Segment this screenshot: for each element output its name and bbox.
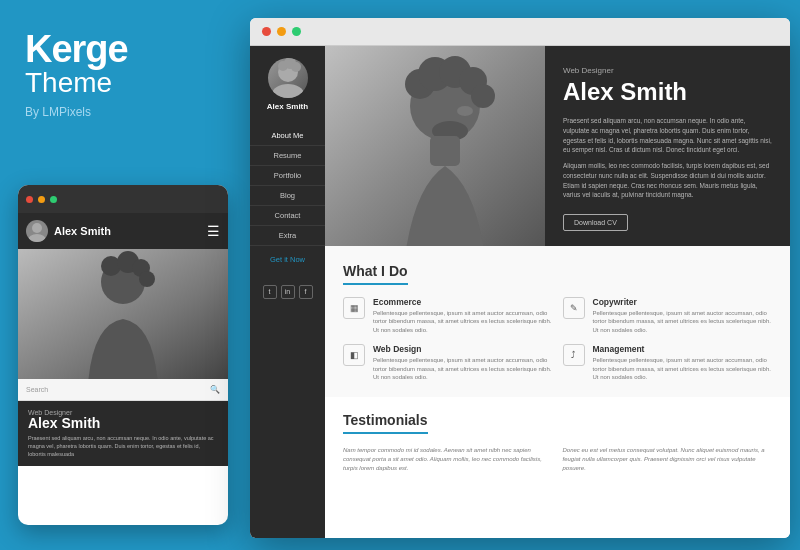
sidebar-social: t in f: [257, 279, 319, 305]
svg-point-1: [28, 234, 46, 242]
mobile-dot-green: [50, 196, 57, 203]
mobile-dot-red: [26, 196, 33, 203]
sidebar-nav-blog[interactable]: Blog: [250, 186, 325, 206]
service-webdesign-icon: ◧: [343, 344, 365, 366]
svg-point-20: [457, 106, 473, 116]
mobile-hamburger-icon[interactable]: ☰: [207, 223, 220, 239]
browser-dot-yellow[interactable]: [277, 27, 286, 36]
sidebar-nav-about[interactable]: About Me: [250, 126, 325, 146]
hero-desc-2: Aliquam mollis, leo nec commodo facilisi…: [563, 161, 772, 200]
mobile-dot-yellow: [38, 196, 45, 203]
sidebar-nav-extra[interactable]: Extra: [250, 226, 325, 246]
svg-point-9: [272, 84, 304, 98]
mobile-profile-section: Web Designer Alex Smith Praesent sed ali…: [18, 401, 228, 466]
social-facebook-icon[interactable]: f: [299, 285, 313, 299]
social-twitter-icon[interactable]: t: [263, 285, 277, 299]
hero-desc-1: Praesent sed aliquam arcu, non accumsan …: [563, 116, 772, 155]
hero-role: Web Designer: [563, 66, 772, 75]
browser-dot-red[interactable]: [262, 27, 271, 36]
browser-dot-green[interactable]: [292, 27, 301, 36]
svg-point-12: [291, 62, 301, 72]
download-cv-button[interactable]: Download CV: [563, 214, 628, 231]
testimonial-1: Nam tempor commodo mi id sodales. Aenean…: [343, 446, 553, 473]
hero-name: Alex Smith: [563, 78, 772, 106]
hero-section: Web Designer Alex Smith Praesent sed ali…: [325, 46, 790, 246]
mobile-nav-name: Alex Smith: [54, 225, 207, 237]
theme-name: Kerge Theme By LMPixels: [25, 30, 215, 119]
sidebar-nav-portfolio[interactable]: Portfolio: [250, 166, 325, 186]
service-management-title: Management: [593, 344, 773, 354]
service-ecommerce-icon: ▦: [343, 297, 365, 319]
what-i-do-section: What I Do ▦ Ecommerce Pellentesque pelle…: [325, 246, 790, 397]
mobile-search-bar[interactable]: Search 🔍: [18, 379, 228, 401]
service-management-icon: ⤴: [563, 344, 585, 366]
sidebar-nav-resume[interactable]: Resume: [250, 146, 325, 166]
sidebar-get-now[interactable]: Get it Now: [250, 250, 325, 269]
mobile-top-bar: [18, 185, 228, 213]
mobile-search-icon[interactable]: 🔍: [210, 385, 220, 394]
sidebar-avatar: [268, 58, 308, 98]
service-webdesign: ◧ Web Design Pellentesque pellentesque, …: [343, 344, 553, 381]
sidebar-nav-contact[interactable]: Contact: [250, 206, 325, 226]
mobile-hero-photo: [18, 249, 228, 379]
svg-point-0: [32, 223, 42, 233]
hero-info: Web Designer Alex Smith Praesent sed ali…: [545, 46, 790, 246]
desktop-main: Web Designer Alex Smith Praesent sed ali…: [325, 46, 790, 538]
service-copywriter-text: Pellentesque pellentesque, ipsum sit ame…: [593, 309, 773, 334]
service-copywriter: ✎ Copywriter Pellentesque pellentesque, …: [563, 297, 773, 334]
sidebar-person-name: Alex Smith: [267, 102, 308, 112]
hero-photo: [325, 46, 545, 246]
desktop-sidebar: Alex Smith About Me Resume Portfolio Blo…: [250, 46, 325, 538]
left-panel: Kerge Theme By LMPixels Alex Smith ☰: [0, 0, 240, 550]
browser-mockup: Alex Smith About Me Resume Portfolio Blo…: [250, 18, 790, 538]
mobile-nav: Alex Smith ☰: [18, 213, 228, 249]
browser-top-bar: [250, 18, 790, 46]
testimonials-section: Testimonials Nam tempor commodo mi id so…: [325, 397, 790, 487]
testimonials-title: Testimonials: [343, 412, 428, 434]
service-copywriter-icon: ✎: [563, 297, 585, 319]
service-management: ⤴ Management Pellentesque pellentesque, …: [563, 344, 773, 381]
svg-point-7: [139, 271, 155, 287]
service-webdesign-title: Web Design: [373, 344, 553, 354]
service-copywriter-title: Copywriter: [593, 297, 773, 307]
testimonial-2: Donec eu est vel metus consequat volutpa…: [563, 446, 773, 473]
what-i-do-title: What I Do: [343, 263, 408, 285]
service-ecommerce-title: Ecommerce: [373, 297, 553, 307]
service-management-text: Pellentesque pellentesque, ipsum sit ame…: [593, 356, 773, 381]
social-linkedin-icon[interactable]: in: [281, 285, 295, 299]
mobile-mockup: Alex Smith ☰: [18, 185, 228, 525]
service-ecommerce: ▦ Ecommerce Pellentesque pellentesque, i…: [343, 297, 553, 334]
services-grid: ▦ Ecommerce Pellentesque pellentesque, i…: [343, 297, 772, 381]
service-webdesign-text: Pellentesque pellentesque, ipsum sit ame…: [373, 356, 553, 381]
svg-rect-22: [430, 136, 460, 166]
testimonials-grid: Nam tempor commodo mi id sodales. Aenean…: [343, 446, 772, 473]
svg-point-19: [471, 84, 495, 108]
service-ecommerce-text: Pellentesque pellentesque, ipsum sit ame…: [373, 309, 553, 334]
browser-content: Alex Smith About Me Resume Portfolio Blo…: [250, 46, 790, 538]
mobile-nav-avatar: [26, 220, 48, 242]
